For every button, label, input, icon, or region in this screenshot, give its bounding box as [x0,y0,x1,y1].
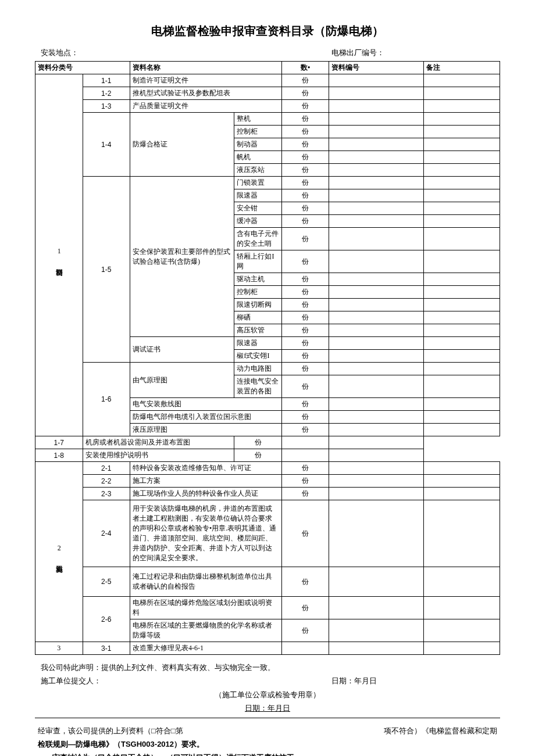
row-name: 限速切断阀 [234,299,282,311]
row-unit: 份 [281,215,329,228]
row-unit: 份 [281,500,329,567]
row-name: 限速器 [234,337,282,350]
row-name: 驱动主机 [234,273,282,286]
row-name: 用于安装该防爆电梯的机房，井道的布置图或者土建工程勘测图，有安装单位确认符合要求… [130,500,282,567]
row-num: 1-7 [35,436,83,449]
row-name: 液压泵站 [234,164,282,177]
review-text-3: 审查结论为（口合格口不合格），（口可以口不得）进行下道工序的施工。 [52,753,302,756]
row-unit: 份 [281,398,329,411]
row-name: 改造重大修理见表4-6-1 [130,642,282,655]
row-name: 特种设备安装改造维修告知单、许可证 [130,462,282,475]
row-name: 制动器 [234,138,282,151]
row-unit: 份 [281,228,329,250]
row-unit: 份 [281,462,329,475]
row-name: 电气安装敷线图 [130,398,282,411]
row-num: 3-1 [83,642,130,655]
section-1-label: 1 制造资料 [35,74,83,436]
group-label: 安全保护装置和主要部件的型式试验合格证书(含防爆) [130,177,234,337]
row-unit: 份 [281,324,329,337]
statement-line1: 我公司特此声明：提供的上列文件、资料真实有效、与实物完全一致。 [41,661,494,674]
row-unit: 份 [281,138,329,151]
row-name: 产品质量证明文件 [130,100,282,113]
row-num: 1-5 [83,177,130,363]
date-label: 日期：年月日 [331,674,494,687]
row-num: 1-3 [83,100,130,113]
row-name: 控制柜 [234,286,282,299]
row-unit: 份 [281,164,329,177]
row-num: 1-4 [83,113,130,177]
row-unit: 份 [281,424,329,436]
row-num: 1-6 [83,363,130,436]
th-name: 资料名称 [130,62,282,74]
row-name: 电梯所在区域的主要燃爆物质的化学名称或者防爆等级 [130,619,282,642]
install-location-label: 安装地点： [41,48,331,58]
row-unit: 份 [281,74,329,87]
date-label-2: 日期：年月日 [41,701,494,715]
section-3-num: 3 [35,642,83,655]
row-num: 2-3 [83,488,130,500]
row-name: 施工现场作业人员的特种设备作业人员证 [130,488,282,500]
row-name: 施工方案 [130,475,282,488]
row-name: 安全钳 [234,202,282,215]
row-num: 1-1 [83,74,130,87]
row-unit: 份 [281,299,329,311]
row-name: 柳硒 [234,311,282,324]
row-name: 机房或者机器设需间及并道布置图 [83,436,234,449]
row-unit: 份 [281,363,329,375]
main-table: 资料分类号 资料名称 数• 资料编号 备注 1 制造资料 1-1 制造许可证明文… [35,61,500,655]
row-unit: 份 [281,488,329,500]
stamp-label-1: （施工单位公章或检验专用章） [41,688,494,701]
row-name: 含有电子元件的安全土哨 [234,228,282,250]
row-num: 1-2 [83,87,130,100]
th-code: 资料编号 [329,62,424,74]
row-num: 1-8 [35,449,83,462]
submitter-label: 施工单位提交人： [41,674,331,687]
row-name: 电梯所在区域的爆炸危险区域划分图或说明资料 [130,597,282,619]
row-unit: 份 [281,567,329,597]
row-name: 高压软管 [234,324,282,337]
row-unit: 份 [281,350,329,363]
section-2-label: 2 施工资料 [35,462,83,642]
row-unit: 份 [281,375,329,398]
row-unit: 份 [281,189,329,202]
row-name: 动力电路图 [234,363,282,375]
row-num: 2-5 [83,567,130,597]
row-unit: 份 [281,411,329,424]
row-unit: 份 [281,250,329,273]
row-unit: 份 [281,100,329,113]
separator [35,718,500,718]
row-unit: 份 [281,337,329,350]
row-name: 防爆电气部件电缆引入装置位国示意图 [130,411,282,424]
row-unit: 份 [281,126,329,138]
th-qty: 数• [281,62,329,74]
row-name: 限速器 [234,189,282,202]
th-note: 备注 [424,62,500,74]
row-name: 安装使用维护说明书 [83,449,234,462]
row-name: 连接电气安全装置的各图 [234,375,282,398]
group-label: 防爆合格证 [130,113,234,177]
review-text-1b: 项不符合）《电梯监督检藏和定期 [384,724,497,737]
row-unit: 份 [281,475,329,488]
group-label: 调试证书 [130,337,234,363]
statement-block: 我公司特此声明：提供的上列文件、资料真实有效、与实物完全一致。 施工单位提交人：… [35,661,500,715]
review-text-1a: 经审查，该公司提供的上列资料（□符合□第 [38,724,183,737]
row-num: 2-6 [83,597,130,642]
row-unit: 份 [281,619,329,642]
row-name: 液压原理图 [130,424,282,436]
row-name: 缓冲器 [234,215,282,228]
row-unit: 份 [281,202,329,215]
row-name: 控制柜 [234,126,282,138]
row-unit: 份 [234,436,282,449]
row-name: 帆机 [234,151,282,164]
row-name: 制造许可证明文件 [130,74,282,87]
row-unit: 份 [234,449,282,462]
row-unit: 份 [281,311,329,324]
row-unit: 份 [281,286,329,299]
row-name: 淹工过程记录和由防爆出梯整机制造单位出具或者确认的自检报告 [130,567,282,597]
row-unit: 份 [281,87,329,100]
page-title: 电梯监督检验申报审查资料目录（防爆电梯） [35,23,500,39]
row-name: 轿厢上行如I网 [234,250,282,273]
row-unit: 份 [281,177,329,189]
factory-sn-label: 电梯出厂编号： [331,48,494,58]
row-num: 2-1 [83,462,130,475]
